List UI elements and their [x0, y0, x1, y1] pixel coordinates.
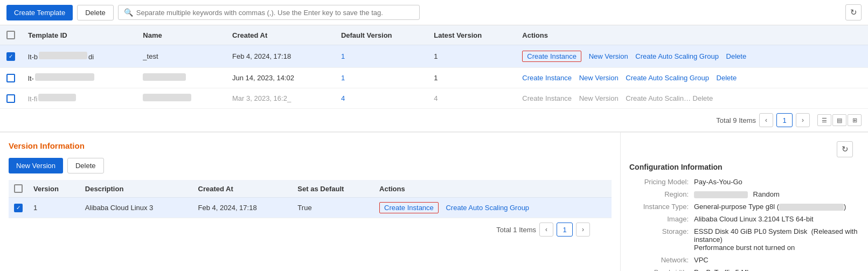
table-row: lt-bdi _test Feb 4, 2024, 17:18 1 1 Crea…	[0, 45, 868, 68]
refresh-button[interactable]: ↻	[845, 4, 862, 20]
config-bandwidth-label: Bandwidth:	[629, 268, 694, 271]
default-version-cell: 1	[335, 45, 427, 68]
config-storage-value: ESSD Disk 40 GiB PL0 System Disk (Releas…	[694, 227, 859, 252]
version-delete-button[interactable]: Delete	[67, 158, 104, 173]
version-create-instance-link[interactable]: Create Instance	[379, 202, 439, 213]
col-name: Name	[136, 25, 226, 45]
version-row: 1 Alibaba Cloud Linux 3 Feb 4, 2024, 17:…	[9, 198, 612, 218]
delete-link-1[interactable]: Delete	[726, 52, 747, 60]
default-version-cell: 4	[335, 88, 427, 109]
version-create-asg-link[interactable]: Create Auto Scaling Group	[446, 204, 529, 212]
default-version-cell: 1	[335, 68, 427, 88]
next-page-button[interactable]: ›	[796, 113, 810, 127]
created-at-cell: Feb 4, 2024, 17:18	[226, 45, 335, 68]
col-created-at: Created At	[226, 25, 335, 45]
col-set-as-default: Set as Default	[292, 180, 374, 198]
latest-version-cell: 4	[427, 88, 516, 109]
version-created-cell: Feb 4, 2024, 17:18	[193, 198, 293, 218]
table-pagination: Total 9 Items ‹ 1 › ☰ ▤ ⊞	[0, 109, 868, 132]
config-region-label: Region:	[629, 190, 694, 198]
version-table-header: Version Description Created At Set as De…	[9, 180, 612, 198]
row-checkbox-cell[interactable]	[0, 45, 22, 68]
config-image-row: Image: Alibaba Cloud Linux 3.2104 LTS 64…	[629, 215, 859, 223]
main-toolbar: Create Template Delete 🔍 ↻	[0, 0, 868, 25]
version-total-label: Total 1 Items	[496, 226, 536, 234]
version-current-page: 1	[557, 223, 573, 237]
delete-link-3[interactable]: Delete	[693, 94, 713, 102]
version-row-checkbox-cell[interactable]	[9, 198, 28, 218]
template-id-cell: lt-fi	[22, 88, 136, 109]
total-items-label: Total 9 Items	[716, 116, 756, 124]
version-prev-page[interactable]: ‹	[539, 223, 553, 237]
prev-page-button[interactable]: ‹	[759, 113, 773, 127]
config-storage-row: Storage: ESSD Disk 40 GiB PL0 System Dis…	[629, 227, 859, 252]
table-row: lt-fi Mar 3, 2023, 16:2_ 4 4 Create Inst…	[0, 88, 868, 109]
delete-button[interactable]: Delete	[77, 5, 114, 20]
row-checkbox[interactable]	[6, 52, 15, 61]
config-network-label: Network:	[629, 256, 694, 264]
create-asg-link-1[interactable]: Create Auto Scaling Group	[635, 52, 719, 60]
latest-version-cell: 1	[427, 68, 516, 88]
bottom-section: Version Information New Version Delete V…	[0, 133, 868, 271]
version-select-all-checkbox[interactable]	[14, 184, 23, 193]
col-latest-version: Latest Version	[427, 25, 516, 45]
view-toggle: ☰ ▤ ⊞	[817, 114, 862, 126]
version-toolbar: New Version Delete	[9, 158, 612, 173]
template-table: Template ID Name Created At Default Vers…	[0, 25, 868, 109]
row-checkbox[interactable]	[6, 74, 15, 82]
col-default-version: Default Version	[335, 25, 427, 45]
new-version-link-2[interactable]: New Version	[579, 74, 619, 82]
version-next-page[interactable]: ›	[576, 223, 590, 237]
refresh-icon: ↻	[850, 8, 857, 17]
version-number-cell: 1	[28, 198, 80, 218]
version-table-body: 1 Alibaba Cloud Linux 3 Feb 4, 2024, 17:…	[9, 198, 612, 218]
new-version-link-1[interactable]: New Version	[589, 52, 628, 60]
col-version: Version	[28, 180, 80, 198]
template-name-cell	[136, 68, 226, 88]
delete-link-2[interactable]: Delete	[717, 74, 737, 82]
create-instance-link-1[interactable]: Create Instance	[522, 51, 581, 62]
config-refresh-button[interactable]: ↻	[837, 141, 853, 157]
version-actions-cell: Create Instance Create Auto Scaling Grou…	[374, 198, 612, 218]
create-asg-link-2[interactable]: Create Auto Scaling Group	[626, 74, 709, 82]
config-pricing-row: Pricing Model: Pay-As-You-Go	[629, 178, 859, 186]
actions-cell: Create Instance New Version Create Auto …	[516, 45, 868, 68]
search-input[interactable]	[136, 9, 414, 17]
create-instance-link-3[interactable]: Create Instance	[522, 94, 572, 102]
select-all-header[interactable]	[0, 25, 22, 45]
row-checkbox-cell[interactable]	[0, 68, 22, 88]
col-actions: Actions	[516, 25, 868, 45]
config-bandwidth-value: PayByTraffic 5 Mbps	[694, 268, 859, 271]
col-version-actions: Actions	[374, 180, 612, 198]
config-region-value: Random	[694, 190, 859, 198]
version-select-all[interactable]	[9, 180, 28, 198]
create-template-button[interactable]: Create Template	[6, 5, 73, 20]
template-table-section: Template ID Name Created At Default Vers…	[0, 25, 868, 133]
list-view-button[interactable]: ☰	[817, 114, 831, 126]
grid-view-button[interactable]: ⊞	[848, 114, 862, 126]
select-all-checkbox[interactable]	[6, 31, 15, 39]
config-instance-type-row: Instance Type: General-purpose Type g8l …	[629, 203, 859, 211]
version-row-checkbox[interactable]	[14, 204, 23, 212]
new-version-link-3[interactable]: New Version	[579, 94, 619, 102]
new-version-button[interactable]: New Version	[9, 158, 63, 173]
config-image-value: Alibaba Cloud Linux 3.2104 LTS 64-bit	[694, 215, 859, 223]
config-info-panel: ↻ Configuration Information Pricing Mode…	[620, 133, 868, 271]
config-title: Configuration Information	[629, 163, 859, 171]
search-icon: 🔍	[124, 8, 133, 17]
version-table: Version Description Created At Set as De…	[9, 180, 612, 218]
row-checkbox[interactable]	[6, 94, 15, 103]
config-network-value: VPC	[694, 256, 859, 264]
created-at-cell: Jun 14, 2023, 14:02	[226, 68, 335, 88]
config-instance-type-label: Instance Type:	[629, 203, 694, 211]
config-instance-type-value: General-purpose Type g8l ()	[694, 203, 859, 211]
config-image-label: Image:	[629, 215, 694, 223]
actions-cell: Create Instance New Version Create Auto …	[516, 68, 868, 88]
config-refresh-icon: ↻	[842, 144, 849, 154]
search-bar: 🔍	[118, 5, 420, 20]
table-body: lt-bdi _test Feb 4, 2024, 17:18 1 1 Crea…	[0, 45, 868, 109]
col-version-created-at: Created At	[193, 180, 293, 198]
row-checkbox-cell[interactable]	[0, 88, 22, 109]
compact-view-button[interactable]: ▤	[832, 114, 846, 126]
create-instance-link-2[interactable]: Create Instance	[522, 74, 572, 82]
